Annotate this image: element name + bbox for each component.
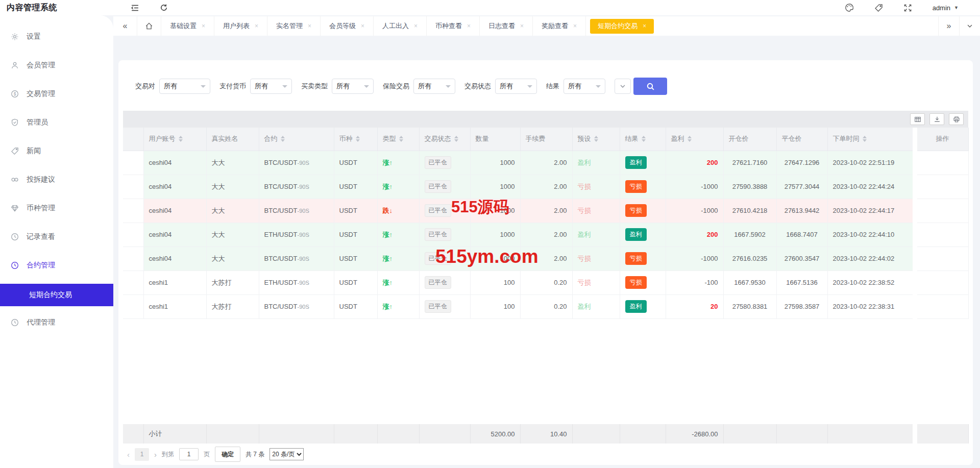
cell-fee: 2.00 — [520, 199, 572, 223]
column-header[interactable]: 盈利 — [666, 128, 723, 151]
confirm-button[interactable]: 确定 — [215, 447, 240, 462]
home-tab-button[interactable] — [137, 16, 161, 36]
column-header[interactable]: 交易状态 — [419, 128, 470, 151]
column-header[interactable]: 结果 — [620, 128, 666, 151]
tabs-more-button[interactable] — [959, 16, 980, 36]
subtotal-cell — [123, 424, 143, 444]
cell-order-time: 2023-10-02 22:38:52 — [827, 270, 915, 294]
palette-icon[interactable] — [845, 3, 854, 12]
chevron-down-icon — [282, 85, 287, 88]
filter-select[interactable]: 所有 — [159, 79, 210, 94]
toolbar-print-button[interactable] — [949, 113, 964, 125]
next-page-button[interactable]: › — [154, 450, 157, 459]
column-header[interactable]: 用户账号 — [143, 128, 206, 151]
sidebar-item[interactable]: 管理员 — [0, 112, 113, 133]
cell-type: 涨↑ — [377, 175, 419, 199]
filter-select[interactable]: 所有 — [413, 79, 455, 94]
sidebar-item[interactable]: 记录查看 — [0, 227, 113, 247]
total-count-label: 共 7 条 — [246, 450, 264, 459]
sidebar-item[interactable]: 币种管理 — [0, 198, 113, 218]
sort-icon[interactable] — [642, 136, 646, 142]
goto-page-input[interactable] — [179, 448, 199, 460]
page-size-select[interactable]: 20 条/页 — [270, 448, 304, 460]
column-header[interactable]: 下单时间 — [827, 128, 915, 151]
tab-close-icon[interactable]: × — [573, 22, 577, 30]
tab-item[interactable]: 奖励查看× — [533, 16, 586, 36]
column-header[interactable]: 预设 — [572, 128, 620, 151]
menu-fold-icon[interactable] — [131, 4, 139, 12]
tab-close-icon[interactable]: × — [202, 22, 205, 30]
tag-icon[interactable] — [874, 4, 883, 12]
toolbar-download-button[interactable] — [929, 113, 944, 125]
tab-item[interactable]: 人工出入× — [374, 16, 427, 36]
tab-label: 实名管理 — [276, 21, 303, 31]
refresh-icon[interactable] — [160, 4, 168, 12]
cell-result: 亏损 — [620, 199, 666, 223]
cell-close-price: 27577.3044 — [776, 175, 827, 199]
tab-close-icon[interactable]: × — [308, 22, 311, 30]
filter-select[interactable]: 所有 — [495, 79, 537, 94]
sort-icon[interactable] — [454, 136, 458, 142]
tab-close-icon[interactable]: × — [643, 22, 646, 30]
fullscreen-icon[interactable] — [903, 4, 912, 12]
sidebar-item[interactable]: 投拆建议 — [0, 169, 113, 190]
tabs-collapse-left-button[interactable]: « — [113, 16, 137, 36]
pagination: ‹ 1 › 到第 页 确定 共 7 条 20 条/页 — [123, 444, 968, 465]
filter-select-value: 所有 — [500, 82, 513, 91]
sort-icon[interactable] — [594, 136, 598, 142]
tab-item[interactable]: 日志查看× — [480, 16, 533, 36]
column-header[interactable]: 类型 — [377, 128, 419, 151]
tab-active[interactable]: 短期合约交易× — [590, 19, 654, 34]
sidebar-item[interactable]: 会员管理 — [0, 55, 113, 76]
tab-item[interactable]: 会员等级× — [321, 16, 374, 36]
sort-icon[interactable] — [399, 136, 403, 142]
cell-quantity: 100 — [470, 294, 520, 318]
column-header[interactable]: 币种 — [334, 128, 377, 151]
tab-close-icon[interactable]: × — [414, 22, 418, 30]
clock-icon — [11, 318, 19, 327]
column-header[interactable]: 合约 — [259, 128, 334, 151]
sidebar-item[interactable]: 代理管理 — [0, 312, 113, 333]
row-select-cell — [123, 294, 143, 318]
sort-icon[interactable] — [179, 136, 183, 142]
column-header-label: 用户账号 — [149, 134, 176, 143]
sidebar-subitem-active[interactable]: 短期合约交易 — [0, 284, 113, 306]
sort-icon[interactable] — [863, 136, 867, 142]
user-menu[interactable]: admin ▼ — [933, 4, 959, 12]
tab-item[interactable]: 币种查看× — [427, 16, 480, 36]
tab-item[interactable]: 基础设置× — [161, 16, 214, 36]
filter-select[interactable]: 所有 — [250, 79, 292, 94]
sidebar-item[interactable]: 设置 — [0, 27, 113, 47]
cell-result: 亏损 — [620, 270, 666, 294]
sidebar-item[interactable]: 合约管理 — [0, 255, 113, 276]
tag-icon — [11, 147, 19, 155]
cell-close-price: 27600.3547 — [776, 247, 827, 270]
sort-icon[interactable] — [281, 136, 285, 142]
sort-icon[interactable] — [356, 136, 360, 142]
status-badge: 已平仓 — [425, 252, 451, 265]
cell-open-price: 27590.3888 — [723, 175, 776, 199]
tabs-collapse-right-button[interactable]: » — [938, 16, 959, 36]
sort-icon[interactable] — [688, 136, 692, 142]
current-page-button[interactable]: 1 — [135, 448, 149, 461]
tab-label: 短期合约交易 — [598, 21, 638, 31]
filter-expand-button[interactable] — [615, 79, 631, 94]
prev-page-button[interactable]: ‹ — [127, 450, 130, 459]
column-header — [123, 128, 143, 151]
tab-close-icon[interactable]: × — [361, 22, 364, 30]
cell-profit: -1000 — [666, 199, 723, 223]
sidebar-item-label: 会员管理 — [27, 61, 55, 70]
sidebar-item[interactable]: 新闻 — [0, 141, 113, 161]
tab-close-icon[interactable]: × — [467, 22, 471, 30]
search-button[interactable] — [633, 78, 667, 95]
tab-close-icon[interactable]: × — [520, 22, 524, 30]
filter-select[interactable]: 所有 — [332, 79, 374, 94]
filter-select[interactable]: 所有 — [564, 79, 605, 94]
toolbar-table-button[interactable] — [910, 113, 925, 125]
tab-item[interactable]: 用户列表× — [214, 16, 267, 36]
sidebar-item[interactable]: $交易管理 — [0, 84, 113, 104]
sidebar-item-label: 设置 — [27, 32, 41, 41]
tab-close-icon[interactable]: × — [255, 22, 258, 30]
cell-close-price: 1667.5136 — [776, 270, 827, 294]
tab-item[interactable]: 实名管理× — [267, 16, 321, 36]
